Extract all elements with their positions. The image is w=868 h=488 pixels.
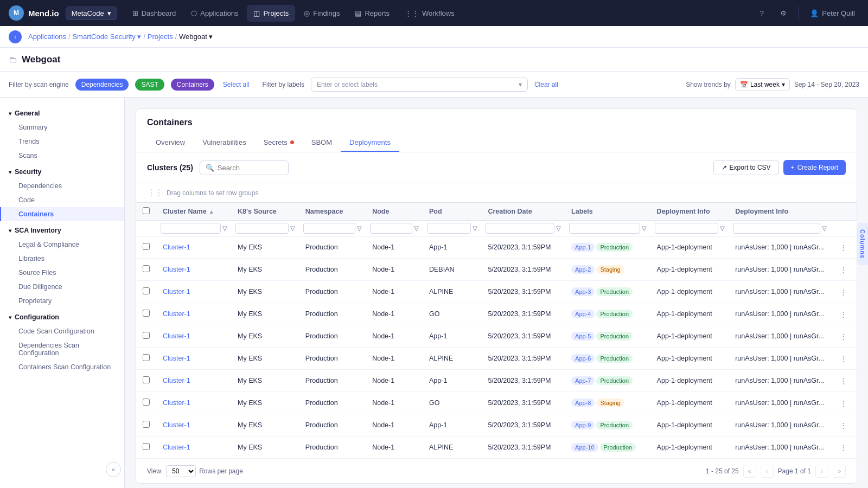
filter-chip-sast[interactable]: SAST <box>135 79 164 91</box>
row-menu-button[interactable]: ⋮ <box>837 396 850 409</box>
nav-findings[interactable]: ◎ Findings <box>297 5 346 22</box>
tab-overview[interactable]: Overview <box>147 134 194 152</box>
sidebar-section-general-header[interactable]: ▾ General <box>0 106 124 120</box>
sidebar-item-cont-scan-config[interactable]: Containers Scan Configuration <box>0 360 124 374</box>
row-cluster-name[interactable]: Cluster-1 <box>156 348 231 370</box>
sidebar-item-source-files[interactable]: Source Files <box>0 266 124 280</box>
create-report-button[interactable]: + Create Report <box>783 160 846 175</box>
cluster-link[interactable]: Cluster-1 <box>163 332 190 340</box>
col-header-labels[interactable]: Labels <box>565 203 650 221</box>
nav-applications[interactable]: ⬡ Applications <box>184 5 245 22</box>
col-header-k8s-source[interactable]: K8's Source <box>231 203 299 221</box>
sidebar-item-libraries[interactable]: Libraries <box>0 252 124 266</box>
row-checkbox[interactable] <box>143 243 150 250</box>
row-checkbox[interactable] <box>143 354 150 361</box>
deployment-info-1-filter-input[interactable] <box>655 223 719 234</box>
rows-per-page-select[interactable]: 50 25 100 <box>166 465 196 477</box>
clear-all-button[interactable]: Clear all <box>534 81 558 88</box>
nav-reports[interactable]: ▤ Reports <box>348 5 396 22</box>
row-menu-button[interactable]: ⋮ <box>837 330 850 343</box>
sidebar-item-code-scan-config[interactable]: Code Scan Configuration <box>0 324 124 338</box>
filter-icon[interactable]: ▽ <box>556 225 560 232</box>
filter-icon[interactable]: ▽ <box>642 225 646 232</box>
sidebar-collapse-button[interactable]: « <box>106 462 121 477</box>
nav-workflows[interactable]: ⋮⋮ Workflows <box>398 5 461 22</box>
select-all-button[interactable]: Select all <box>223 81 250 88</box>
row-cluster-name[interactable]: Cluster-1 <box>156 281 231 303</box>
creation-date-filter-input[interactable] <box>486 223 554 234</box>
row-checkbox[interactable] <box>143 443 150 450</box>
first-page-button[interactable]: « <box>743 465 756 478</box>
cluster-link[interactable]: Cluster-1 <box>163 266 190 273</box>
breadcrumb-smartcode[interactable]: SmartCode Security ▾ <box>72 33 141 41</box>
filter-icon[interactable]: ▽ <box>822 225 826 232</box>
row-checkbox[interactable] <box>143 332 150 339</box>
k8s-source-filter-input[interactable] <box>235 223 289 234</box>
sidebar-item-trends[interactable]: Trends <box>0 134 124 149</box>
back-button[interactable]: ‹ <box>9 30 22 43</box>
row-cluster-name[interactable]: Cluster-1 <box>156 392 231 414</box>
search-input[interactable] <box>218 164 283 172</box>
sidebar-item-dep-scan-config[interactable]: Dependencies Scan Configuration <box>0 338 124 360</box>
sidebar-item-summary[interactable]: Summary <box>0 120 124 134</box>
row-checkbox[interactable] <box>143 310 150 317</box>
row-menu-button[interactable]: ⋮ <box>837 441 850 454</box>
row-menu-button[interactable]: ⋮ <box>837 352 850 365</box>
col-header-node[interactable]: Node <box>366 203 423 221</box>
export-csv-button[interactable]: ↗ Export to CSV <box>713 160 779 175</box>
row-menu-button[interactable]: ⋮ <box>837 241 850 254</box>
sidebar-item-due-dilligence[interactable]: Due Dilligence <box>0 280 124 294</box>
sidebar-item-scans[interactable]: Scans <box>0 149 124 163</box>
filter-icon[interactable]: ▽ <box>290 225 295 232</box>
settings-button[interactable]: ⚙ <box>775 4 792 22</box>
row-cluster-name[interactable]: Cluster-1 <box>156 259 231 281</box>
deployment-info-2-filter-input[interactable] <box>733 223 820 234</box>
col-header-namespace[interactable]: Namespace <box>299 203 366 221</box>
filter-chip-containers[interactable]: Containers <box>171 79 214 91</box>
sidebar-item-dependencies[interactable]: Dependencies <box>0 179 124 193</box>
cluster-name-filter-input[interactable] <box>161 223 221 234</box>
col-header-pod[interactable]: Pod <box>423 203 481 221</box>
row-checkbox[interactable] <box>143 376 150 383</box>
filter-icon[interactable]: ▽ <box>357 225 361 232</box>
trend-select[interactable]: 📅 Last week ▾ <box>735 78 790 91</box>
org-select[interactable]: MetaCode ▾ <box>66 7 117 20</box>
sidebar-item-legal[interactable]: Legal & Compliance <box>0 237 124 252</box>
sidebar-section-sca-header[interactable]: ▾ SCA Inventory <box>0 223 124 237</box>
row-cluster-name[interactable]: Cluster-1 <box>156 236 231 259</box>
breadcrumb-projects[interactable]: Projects <box>148 33 173 41</box>
row-menu-button[interactable]: ⋮ <box>837 419 850 432</box>
filter-icon[interactable]: ▽ <box>414 225 418 232</box>
user-menu[interactable]: 👤 Peter Quill <box>806 7 859 20</box>
tab-secrets[interactable]: Secrets <box>255 134 303 152</box>
sidebar-item-proprietary[interactable]: Proprietary <box>0 294 124 308</box>
col-header-cluster-name[interactable]: Cluster Name ▴ <box>156 203 231 221</box>
row-cluster-name[interactable]: Cluster-1 <box>156 303 231 325</box>
row-checkbox[interactable] <box>143 287 150 294</box>
row-menu-button[interactable]: ⋮ <box>837 285 850 298</box>
row-checkbox[interactable] <box>143 265 150 272</box>
row-cluster-name[interactable]: Cluster-1 <box>156 370 231 392</box>
tab-vulnerabilities[interactable]: Vulnerabilities <box>194 134 254 152</box>
cluster-link[interactable]: Cluster-1 <box>163 355 190 362</box>
sidebar-item-containers[interactable]: Containers <box>0 207 124 221</box>
label-select[interactable]: Enter or select labels ▾ <box>311 78 528 92</box>
breadcrumb-applications[interactable]: Applications <box>28 33 66 41</box>
tab-deployments[interactable]: Deployments <box>341 134 399 152</box>
labels-filter-input[interactable] <box>569 223 640 234</box>
filter-icon[interactable]: ▽ <box>222 225 227 232</box>
cluster-link[interactable]: Cluster-1 <box>163 444 190 451</box>
col-header-deployment-info-2[interactable]: Deployment Info <box>729 203 831 221</box>
cluster-link[interactable]: Cluster-1 <box>163 243 190 251</box>
cluster-link[interactable]: Cluster-1 <box>163 421 190 429</box>
nav-dashboard[interactable]: ⊞ Dashboard <box>126 5 183 22</box>
select-all-checkbox[interactable] <box>143 207 150 214</box>
pod-filter-input[interactable] <box>427 223 471 234</box>
prev-page-button[interactable]: ‹ <box>761 465 774 478</box>
sidebar-section-config-header[interactable]: ▾ Configuration <box>0 310 124 324</box>
row-cluster-name[interactable]: Cluster-1 <box>156 414 231 436</box>
row-menu-button[interactable]: ⋮ <box>837 374 850 387</box>
sidebar-section-security-header[interactable]: ▾ Security <box>0 165 124 179</box>
nav-projects[interactable]: ◫ Projects <box>247 5 295 22</box>
row-menu-button[interactable]: ⋮ <box>837 307 850 320</box>
